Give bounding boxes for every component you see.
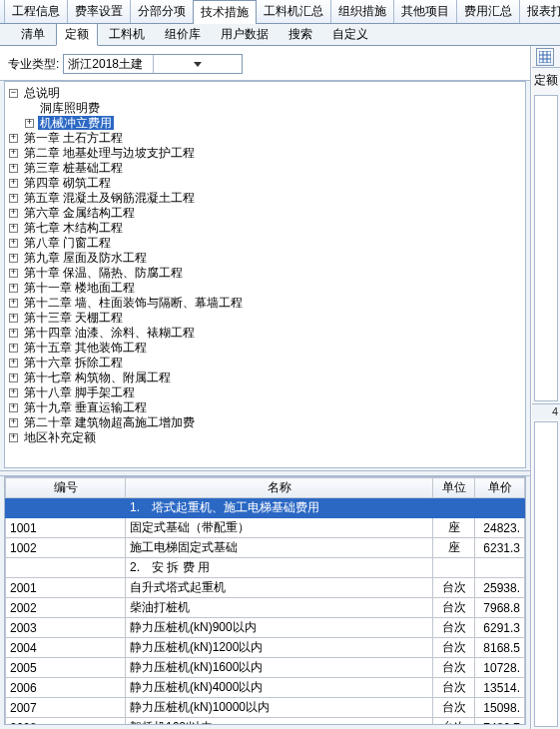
cell-id[interactable]: 2005 — [6, 658, 126, 678]
primary-tab[interactable]: 工程信息 — [4, 0, 68, 23]
cell-id[interactable]: 2003 — [6, 618, 126, 638]
primary-tab[interactable]: 费率设置 — [67, 0, 131, 23]
table-row[interactable]: 2003静力压桩机(kN)900以内台次6291.3 — [6, 618, 525, 638]
item-grid[interactable]: 编号 名称 单位 单价 1. 塔式起重机、施工电梯基础费用1001固定式基础（带… — [4, 476, 526, 725]
cell-name[interactable]: 静力压桩机(kN)1200以内 — [126, 638, 433, 658]
cell-unit[interactable]: 台次 — [433, 678, 475, 698]
tree-node[interactable]: 总说明 — [22, 86, 62, 100]
tree-node[interactable]: 第十章 保温、隔热、防腐工程 — [22, 266, 185, 280]
cell-price[interactable]: 15098. — [475, 698, 525, 718]
cell-price[interactable]: 10728. — [475, 658, 525, 678]
cell-unit[interactable]: 台次 — [433, 618, 475, 638]
tree-node[interactable]: 第十五章 其他装饰工程 — [22, 341, 149, 355]
col-name[interactable]: 名称 — [126, 478, 433, 498]
primary-tab[interactable]: 报表打印 — [519, 0, 560, 23]
cell-price[interactable]: 6291.3 — [475, 618, 525, 638]
expand-icon[interactable] — [9, 299, 18, 308]
tree-node[interactable]: 地区补充定额 — [22, 430, 98, 444]
primary-tab[interactable]: 其他项目 — [393, 0, 457, 23]
tree-node[interactable]: 第十三章 天棚工程 — [22, 311, 125, 325]
col-unit[interactable]: 单位 — [433, 478, 475, 498]
cell-name[interactable]: 静力压桩机(kN)900以内 — [126, 618, 433, 638]
expand-icon[interactable] — [9, 329, 18, 338]
expand-icon[interactable] — [9, 134, 18, 143]
expand-icon[interactable] — [9, 403, 18, 412]
cell-unit[interactable] — [433, 558, 475, 578]
secondary-tab[interactable]: 定额 — [56, 23, 98, 46]
secondary-tab[interactable]: 用户数据 — [212, 23, 278, 45]
tree-node[interactable]: 机械冲立费用 — [38, 116, 114, 130]
col-id[interactable]: 编号 — [6, 478, 126, 498]
chevron-down-icon[interactable] — [153, 55, 243, 73]
cell-name[interactable]: 静力压桩机(kN)10000以内 — [126, 698, 433, 718]
grid-icon[interactable] — [536, 48, 554, 66]
cell-unit[interactable]: 台次 — [433, 638, 475, 658]
cell-id[interactable] — [6, 498, 126, 518]
table-row[interactable]: 2005静力压桩机(kN)1600以内台次10728. — [6, 658, 525, 678]
cell-id[interactable] — [6, 558, 126, 578]
table-row[interactable]: 2. 安 拆 费 用 — [6, 558, 525, 578]
major-type-combobox[interactable]: 浙江2018土建 — [63, 54, 243, 74]
cell-id[interactable]: 2006 — [6, 678, 126, 698]
tree-node[interactable]: 第九章 屋面及防水工程 — [22, 251, 149, 265]
cell-unit[interactable]: 台次 — [433, 718, 475, 726]
tree-node[interactable]: 第十九章 垂直运输工程 — [22, 400, 149, 414]
expand-icon[interactable] — [9, 418, 18, 427]
cell-name[interactable]: 固定式基础（带配重） — [126, 518, 433, 538]
grid-header-row[interactable]: 编号 名称 单位 单价 — [6, 478, 525, 498]
secondary-tab[interactable]: 清单 — [12, 23, 54, 45]
cell-price[interactable]: 24823. — [475, 518, 525, 538]
cell-price[interactable]: 8168.5 — [475, 638, 525, 658]
cell-price[interactable]: 25938. — [475, 578, 525, 598]
tree-node[interactable]: 洞库照明费 — [38, 101, 102, 115]
cell-name[interactable]: 静力压桩机(kN)4000以内 — [126, 678, 433, 698]
cell-id[interactable]: 1002 — [6, 538, 126, 558]
table-row[interactable]: 1001固定式基础（带配重）座24823. — [6, 518, 525, 538]
cell-name[interactable]: 施工电梯固定式基础 — [126, 538, 433, 558]
table-row[interactable]: 1. 塔式起重机、施工电梯基础费用 — [6, 498, 525, 518]
tree-node[interactable]: 第三章 桩基础工程 — [22, 161, 125, 175]
cell-name[interactable]: 架桥机160t以内 — [126, 718, 433, 726]
tree-node[interactable]: 第一章 土石方工程 — [22, 131, 125, 145]
tree-node[interactable]: 第十二章 墙、柱面装饰与隔断、幕墙工程 — [22, 296, 245, 310]
cell-unit[interactable]: 台次 — [433, 598, 475, 618]
tree-node[interactable]: 第二十章 建筑物超高施工增加费 — [22, 415, 197, 429]
expand-icon[interactable] — [9, 433, 18, 442]
category-tree[interactable]: 总说明洞库照明费机械冲立费用第一章 土石方工程第二章 地基处理与边坡支护工程第三… — [4, 81, 526, 468]
table-row[interactable]: 2002柴油打桩机台次7968.8 — [6, 598, 525, 618]
expand-icon[interactable] — [9, 209, 18, 218]
table-row[interactable]: 2004静力压桩机(kN)1200以内台次8168.5 — [6, 638, 525, 658]
tree-node[interactable]: 第六章 金属结构工程 — [22, 206, 137, 220]
tree-node[interactable]: 第七章 木结构工程 — [22, 221, 125, 235]
expand-icon[interactable] — [9, 224, 18, 233]
cell-id[interactable]: 2001 — [6, 578, 126, 598]
secondary-tab[interactable]: 搜索 — [280, 23, 321, 45]
cell-id[interactable]: 1001 — [6, 518, 126, 538]
expand-icon[interactable] — [9, 359, 18, 367]
table-row[interactable]: 2008架桥机160t以内台次7486.7 — [6, 718, 525, 726]
cell-id[interactable]: 2008 — [6, 718, 126, 726]
expand-icon[interactable] — [9, 388, 18, 397]
cell-price[interactable]: 6231.3 — [475, 538, 525, 558]
expand-icon[interactable] — [9, 373, 18, 382]
primary-tab[interactable]: 费用汇总 — [456, 0, 520, 23]
table-row[interactable]: 2001自升式塔式起重机台次25938. — [6, 578, 525, 598]
expand-icon[interactable] — [9, 314, 18, 323]
tree-node[interactable]: 第十四章 油漆、涂料、裱糊工程 — [22, 326, 197, 340]
expand-icon[interactable] — [9, 254, 18, 263]
table-row[interactable]: 2007静力压桩机(kN)10000以内台次15098. — [6, 698, 525, 718]
cell-name[interactable]: 1. 塔式起重机、施工电梯基础费用 — [126, 498, 433, 518]
expand-icon[interactable] — [9, 284, 18, 293]
expand-icon[interactable] — [9, 164, 18, 173]
tree-node[interactable]: 第十七章 构筑物、附属工程 — [22, 370, 173, 384]
cell-name[interactable]: 自升式塔式起重机 — [126, 578, 433, 598]
cell-price[interactable]: 7968.8 — [475, 598, 525, 618]
secondary-tab[interactable]: 自定义 — [323, 23, 377, 45]
cell-id[interactable]: 2007 — [6, 698, 126, 718]
tree-node[interactable]: 第四章 砌筑工程 — [22, 176, 113, 190]
cell-name[interactable]: 静力压桩机(kN)1600以内 — [126, 658, 433, 678]
tree-node[interactable]: 第八章 门窗工程 — [22, 236, 113, 250]
tree-node[interactable]: 第十一章 楼地面工程 — [22, 281, 137, 295]
cell-unit[interactable]: 台次 — [433, 658, 475, 678]
expand-icon[interactable] — [25, 119, 34, 128]
